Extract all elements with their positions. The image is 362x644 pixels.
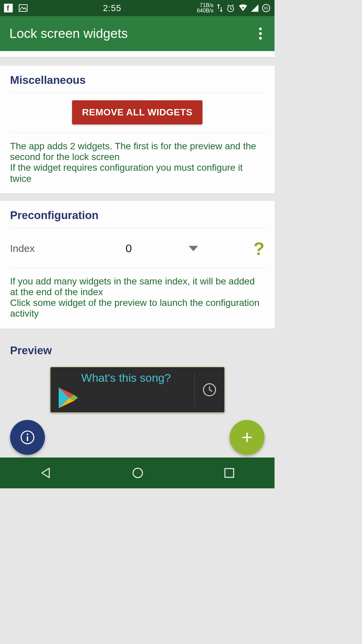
remove-all-widgets-button[interactable]: REMOVE ALL WIDGETS bbox=[72, 100, 202, 124]
svg-marker-16 bbox=[42, 468, 49, 478]
svg-rect-18 bbox=[225, 469, 234, 477]
help-icon[interactable]: ? bbox=[247, 238, 264, 259]
battery-icon: 65 bbox=[262, 4, 270, 12]
widget-preview[interactable]: What's this song? bbox=[50, 367, 225, 413]
clock-icon[interactable] bbox=[202, 382, 217, 397]
svg-rect-15 bbox=[27, 436, 28, 441]
android-status-bar: f 2:55 71B/s 640B/s 65 bbox=[0, 0, 275, 16]
index-spinner[interactable]: 0 bbox=[77, 242, 247, 255]
svg-text:65: 65 bbox=[264, 6, 268, 10]
network-speed: 71B/s 640B/s bbox=[197, 3, 214, 13]
chevron-down-icon bbox=[189, 246, 198, 251]
status-right-icons: 71B/s 640B/s 65 bbox=[197, 3, 270, 13]
miscellaneous-card: Miscellaneous REMOVE ALL WIDGETS The app… bbox=[0, 66, 275, 194]
net-up-text: 71B/s bbox=[197, 3, 214, 8]
plus-icon bbox=[240, 431, 254, 444]
preview-area: Preview What's this song? bbox=[0, 336, 275, 458]
cell-signal-icon bbox=[251, 4, 258, 12]
net-down-text: 640B/s bbox=[197, 8, 214, 13]
overflow-menu-icon[interactable] bbox=[256, 24, 265, 43]
preconfiguration-card: Preconfiguration Index 0 ? If you add ma… bbox=[0, 201, 275, 329]
page-title: Lock screen widgets bbox=[9, 26, 256, 41]
svg-marker-5 bbox=[251, 4, 258, 12]
content-scroll[interactable]: Miscellaneous REMOVE ALL WIDGETS The app… bbox=[0, 51, 275, 458]
index-label: Index bbox=[10, 243, 77, 254]
add-fab[interactable] bbox=[230, 420, 264, 455]
svg-point-14 bbox=[27, 434, 28, 435]
misc-hint-text: The app adds 2 widgets. The first is for… bbox=[10, 141, 264, 184]
app-bar: Lock screen widgets bbox=[0, 16, 275, 51]
preview-header: Preview bbox=[10, 344, 264, 357]
alarm-icon bbox=[226, 4, 235, 12]
svg-point-17 bbox=[133, 468, 142, 478]
preconfig-hint-text: If you add many widgets in the same inde… bbox=[10, 276, 264, 319]
widget-separator bbox=[194, 373, 195, 407]
widget-left: What's this song? bbox=[58, 371, 194, 409]
status-left-icons: f bbox=[4, 4, 27, 12]
play-store-icon bbox=[58, 387, 194, 409]
image-icon bbox=[19, 4, 27, 12]
wifi-icon bbox=[238, 4, 248, 12]
home-icon[interactable] bbox=[131, 466, 144, 480]
misc-header: Miscellaneous bbox=[10, 74, 264, 93]
divider bbox=[10, 132, 264, 133]
info-icon bbox=[20, 430, 35, 445]
svg-text:f: f bbox=[7, 4, 9, 12]
status-clock: 2:55 bbox=[27, 3, 197, 13]
data-traffic-icon bbox=[217, 4, 223, 12]
recent-apps-icon[interactable] bbox=[223, 467, 235, 479]
facebook-icon: f bbox=[4, 4, 13, 12]
index-row: Index 0 ? bbox=[10, 228, 264, 268]
widget-text: What's this song? bbox=[81, 371, 171, 384]
previous-card-peek bbox=[0, 51, 275, 57]
preconfig-header: Preconfiguration bbox=[10, 209, 264, 228]
back-icon[interactable] bbox=[39, 466, 53, 480]
index-value: 0 bbox=[126, 242, 132, 255]
android-nav-bar bbox=[0, 458, 275, 488]
info-fab[interactable] bbox=[10, 420, 45, 455]
